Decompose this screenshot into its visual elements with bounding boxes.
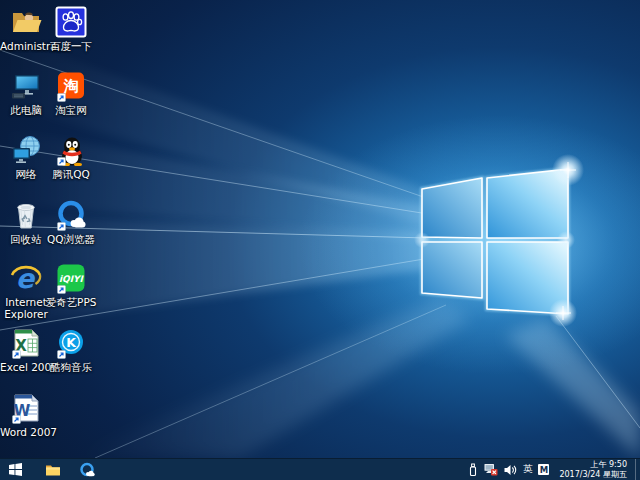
network-disconnected-icon[interactable] (484, 459, 498, 480)
usb-device-icon[interactable] (468, 459, 478, 480)
folder-icon (45, 463, 61, 477)
start-button[interactable] (0, 459, 30, 480)
qq-browser-icon (79, 462, 95, 478)
kugou-icon: K (45, 327, 97, 360)
word-icon: W (0, 392, 52, 425)
clock-date: 2017/3/24 星期五 (559, 470, 627, 480)
desktop-icon-qq-browser[interactable]: QQ浏览器 (45, 199, 97, 245)
icon-label: 淘宝网 (45, 104, 97, 116)
taskbar-clock[interactable]: 上午 9:50 2017/3/24 星期五 (559, 460, 627, 480)
ime-badge[interactable]: M (538, 459, 549, 480)
iqiyi-icon: iQIYI (45, 262, 97, 295)
shortcut-arrow-overlay (58, 286, 66, 294)
taskbar: 英 M 上午 9:50 2017/3/24 星期五 (0, 458, 640, 480)
desktop-icon-baidu[interactable]: 百度一下 (45, 6, 97, 52)
shortcut-arrow-overlay (58, 223, 66, 231)
icon-label: Word 2007 (0, 426, 52, 438)
icon-label: QQ浏览器 (45, 233, 97, 245)
svg-text:iQIYI: iQIYI (59, 274, 85, 284)
desktop-icon-kugou-music[interactable]: K 酷狗音乐 (45, 327, 97, 373)
desktop-icon-taobao[interactable]: 淘 淘宝网 (45, 70, 97, 116)
baidu-paw-icon (45, 6, 97, 39)
clock-time: 上午 9:50 (559, 460, 627, 470)
language-indicator[interactable]: 英 (523, 459, 533, 480)
shortcut-arrow-overlay (58, 158, 66, 166)
windows-logo-icon (9, 463, 22, 476)
qq-penguin-icon (45, 134, 97, 167)
icon-label: 腾讯QQ (45, 168, 97, 180)
icon-label: 爱奇艺PPS (45, 296, 97, 308)
shortcut-arrow-overlay (58, 351, 66, 359)
desktop-icon-word-2007[interactable]: W Word 2007 (0, 392, 52, 438)
screen: Administra... 百度一下 (0, 0, 640, 480)
desktop-icon-tencent-qq[interactable]: 腾讯QQ (45, 134, 97, 180)
shortcut-arrow-overlay (13, 351, 21, 359)
system-tray: 英 M 上午 9:50 2017/3/24 星期五 (468, 459, 640, 480)
icon-label: 酷狗音乐 (45, 361, 97, 373)
desktop[interactable]: Administra... 百度一下 (0, 0, 640, 458)
desktop-icon-iqiyi-pps[interactable]: iQIYI 爱奇艺PPS (45, 262, 97, 308)
qq-browser-icon (45, 199, 97, 232)
volume-icon[interactable] (504, 459, 517, 480)
svg-text:淘: 淘 (63, 77, 79, 95)
qq-browser-taskbar-button[interactable] (74, 459, 100, 480)
svg-text:K: K (66, 335, 77, 350)
shortcut-arrow-overlay (13, 416, 21, 424)
file-explorer-button[interactable] (40, 459, 66, 480)
icon-label: 百度一下 (45, 40, 97, 52)
show-desktop-button[interactable] (635, 459, 640, 480)
taobao-icon: 淘 (45, 70, 97, 103)
shortcut-arrow-overlay (58, 94, 66, 102)
